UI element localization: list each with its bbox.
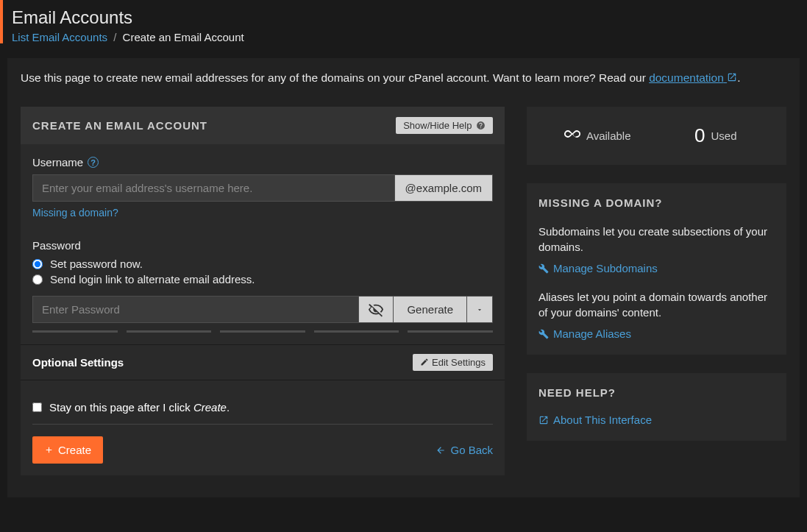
panel-title: CREATE AN EMAIL ACCOUNT [32,119,207,132]
external-link-icon [727,72,737,82]
about-interface-link[interactable]: About This Interface [553,414,652,426]
used-value: 0 [694,124,705,147]
breadcrumb-current: Create an Email Account [123,31,244,43]
need-help-title: NEED HELP? [527,373,786,408]
password-strength-meter [32,330,493,333]
help-icon [476,121,486,130]
available-label: Available [586,130,631,142]
wrench-icon [538,329,549,339]
optional-settings-bar: Optional Settings Edit Settings [21,344,505,380]
subdomains-text: Subdomains let you create subsections of… [538,224,775,255]
strength-segment [220,330,305,333]
help-icon[interactable]: ? [88,157,99,168]
password-label: Password [32,239,493,252]
edit-settings-button[interactable]: Edit Settings [413,354,493,371]
strength-segment [314,330,399,333]
missing-domain-panel: MISSING A DOMAIN? Subdomains let you cre… [527,183,786,355]
breadcrumb-separator: / [113,31,116,43]
username-label: Username ? [32,156,493,169]
stay-on-page-checkbox[interactable] [32,402,42,412]
page-title: Email Accounts [12,7,244,28]
show-hide-help-button[interactable]: Show/Hide Help [396,117,493,134]
pencil-icon [420,358,429,366]
missing-domain-link[interactable]: Missing a domain? [32,207,118,219]
manage-aliases-link[interactable]: Manage Aliases [553,327,631,340]
external-link-icon [538,415,549,425]
arrow-left-icon [436,445,446,455]
strength-segment [127,330,212,333]
infinity-icon [564,126,580,146]
breadcrumb: List Email Accounts / Create an Email Ac… [12,31,244,43]
intro-text-before: Use this page to create new email addres… [21,71,649,84]
send-link-radio[interactable] [32,274,43,285]
intro-text: Use this page to create new email addres… [21,71,786,85]
aliases-text: Aliases let you point a domain towards a… [538,289,775,320]
password-input[interactable] [32,296,359,323]
used-label: Used [711,130,736,142]
plus-icon [44,445,54,455]
set-password-radio[interactable] [32,259,43,269]
manage-subdomains-link[interactable]: Manage Subdomains [553,262,658,274]
eye-slash-icon [368,302,384,318]
optional-settings-title: Optional Settings [32,356,124,369]
intro-text-after: . [737,71,740,84]
send-link-label[interactable]: Send login link to alternate email addre… [50,273,255,285]
create-email-panel: CREATE AN EMAIL ACCOUNT Show/Hide Help U… [21,107,505,475]
toggle-password-visibility-button[interactable] [359,296,394,323]
stats-card: Available 0 Used [527,107,786,165]
caret-down-icon [476,306,483,313]
create-button[interactable]: Create [32,436,103,464]
set-password-label[interactable]: Set password now. [50,258,143,270]
stay-on-page-label[interactable]: Stay on this page after I click Create. [49,401,230,414]
domain-append: @example.com [395,174,493,202]
go-back-link[interactable]: Go Back [436,444,493,456]
breadcrumb-list-link[interactable]: List Email Accounts [12,31,107,43]
username-input[interactable] [32,174,395,202]
generate-options-button[interactable] [467,296,493,323]
strength-segment [408,330,493,333]
documentation-link[interactable]: documentation [649,71,737,84]
accent-bar [0,0,3,43]
generate-password-button[interactable]: Generate [394,296,467,323]
missing-domain-title: MISSING A DOMAIN? [527,183,786,218]
need-help-panel: NEED HELP? About This Interface [527,373,786,441]
strength-segment [32,330,118,333]
wrench-icon [538,263,549,274]
